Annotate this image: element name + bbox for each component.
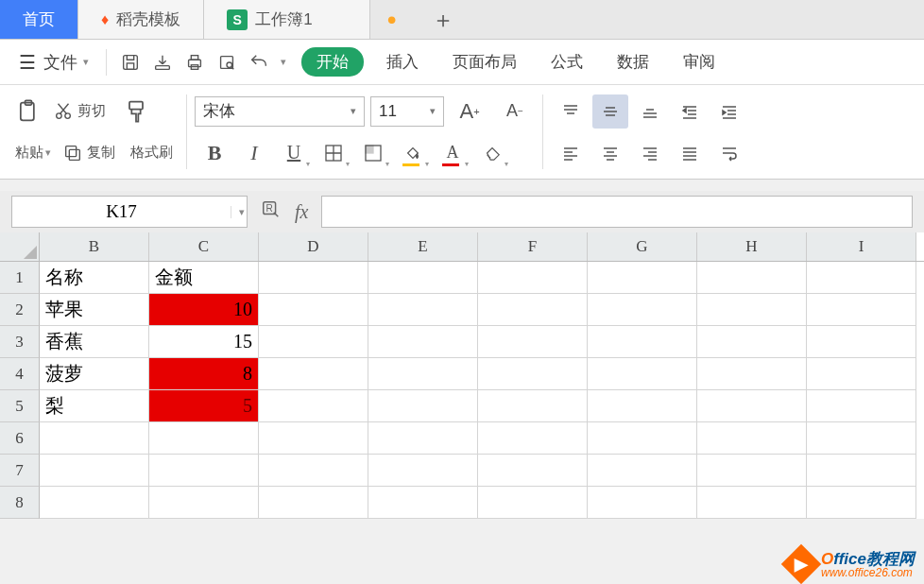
align-center-button[interactable] [592,136,628,170]
row-header[interactable]: 7 [0,455,40,487]
column-header[interactable]: C [149,232,259,261]
increase-indent-button[interactable] [711,94,747,129]
cell[interactable] [478,422,588,455]
cell[interactable] [807,390,916,422]
column-header[interactable]: D [259,232,368,261]
cell[interactable] [697,294,807,326]
ribbon-tab-review[interactable]: 审阅 [666,51,732,73]
search-icon[interactable]: R [261,199,282,225]
cell[interactable] [807,326,916,358]
undo-button[interactable] [243,46,275,78]
cell[interactable] [478,294,588,326]
cell[interactable] [478,358,588,390]
column-header[interactable]: B [40,232,149,261]
cell[interactable] [807,422,916,455]
preview-button[interactable] [211,46,243,78]
cell[interactable] [588,262,697,294]
cell[interactable] [368,487,478,519]
cell[interactable] [588,294,697,326]
align-right-button[interactable] [632,136,668,170]
row-header[interactable]: 4 [0,358,40,390]
paste-label-button[interactable]: 粘贴 ▾ [9,144,57,162]
cell[interactable] [149,455,259,487]
cell[interactable] [697,390,807,422]
cell[interactable] [697,455,807,487]
cell[interactable] [697,262,807,294]
ribbon-tab-data[interactable]: 数据 [600,51,666,73]
cell[interactable] [807,455,916,487]
cell[interactable] [40,422,149,455]
cell[interactable] [149,487,259,519]
column-header[interactable]: G [588,232,697,261]
cell[interactable] [40,455,149,487]
align-bottom-button[interactable] [632,94,668,129]
font-size-select[interactable]: 11 ▾ [370,96,444,127]
cell[interactable] [588,326,697,358]
undo-dropdown[interactable]: ▾ [281,56,286,68]
cell[interactable]: 8 [149,358,259,390]
row-header[interactable]: 3 [0,326,40,358]
cell[interactable] [368,455,478,487]
font-color-button[interactable]: A ▾ [435,136,471,170]
italic-button[interactable]: I [236,136,272,170]
cell[interactable]: 5 [149,390,259,422]
clear-format-button[interactable]: ▾ [474,136,510,170]
row-header[interactable]: 6 [0,422,40,455]
cell[interactable] [697,487,807,519]
cell-style-button[interactable]: ▾ [355,136,391,170]
cell[interactable] [478,455,588,487]
print-button[interactable] [179,46,211,78]
tab-home[interactable]: 首页 [0,0,78,39]
chevron-down-icon[interactable]: ▾ [231,206,252,218]
cell[interactable]: 梨 [40,390,149,422]
save-button[interactable] [114,46,146,78]
decrease-font-button[interactable]: A− [497,94,533,129]
justify-button[interactable] [672,136,708,170]
font-name-select[interactable]: 宋体 ▾ [195,96,365,127]
paste-button[interactable] [9,98,47,125]
tab-docer[interactable]: ♦ 稻壳模板 [78,0,204,39]
cell[interactable] [478,262,588,294]
cell[interactable] [259,422,368,455]
column-header[interactable]: F [478,232,588,261]
tab-workbook[interactable]: S 工作簿1 [204,0,369,39]
fx-icon[interactable]: fx [295,201,308,223]
cell[interactable] [478,487,588,519]
cell[interactable] [478,326,588,358]
cell[interactable] [149,422,259,455]
cell[interactable]: 15 [149,326,259,358]
cell[interactable] [807,487,916,519]
cell[interactable] [697,358,807,390]
cell[interactable]: 菠萝 [40,358,149,390]
border-button[interactable]: ▾ [316,136,351,170]
cell[interactable] [588,358,697,390]
cell[interactable] [588,455,697,487]
cell[interactable] [259,390,368,422]
cell[interactable] [478,390,588,422]
column-header[interactable]: H [697,232,807,261]
ribbon-tab-page-layout[interactable]: 页面布局 [436,51,534,73]
cell[interactable]: 名称 [40,262,149,294]
column-header[interactable]: E [368,232,478,261]
cell[interactable] [368,326,478,358]
cell[interactable] [368,294,478,326]
fill-color-button[interactable]: ▾ [395,136,431,170]
row-header[interactable]: 8 [0,487,40,519]
cell[interactable] [368,390,478,422]
cell[interactable] [259,326,368,358]
cell[interactable]: 苹果 [40,294,149,326]
cell[interactable] [807,358,916,390]
cell[interactable] [807,262,916,294]
cell[interactable] [368,358,478,390]
column-header[interactable]: I [807,232,916,261]
cell[interactable] [259,358,368,390]
export-button[interactable] [146,46,179,78]
name-box-input[interactable] [12,201,231,222]
wrap-text-button[interactable] [711,136,747,170]
cell[interactable] [259,262,368,294]
align-top-button[interactable] [553,94,589,129]
ribbon-tab-start[interactable]: 开始 [301,47,364,77]
format-painter-label[interactable]: 格式刷 [125,144,179,162]
row-header[interactable]: 5 [0,390,40,422]
ribbon-tab-insert[interactable]: 插入 [369,51,436,73]
